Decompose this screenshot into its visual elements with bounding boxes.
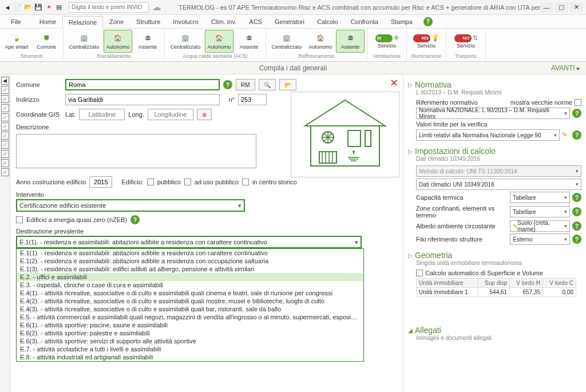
- destinazione-option[interactable]: E.6(1). - attività sportive: piscine, sa…: [17, 321, 363, 329]
- tablet-icon[interactable]: ▤: [55, 3, 63, 11]
- rail-check-2[interactable]: ✓: [1, 95, 9, 103]
- save-icon[interactable]: 💾: [34, 3, 42, 11]
- open-icon[interactable]: 📂: [24, 3, 32, 11]
- help-icon[interactable]: ?: [572, 193, 581, 202]
- pubblico-checkbox[interactable]: [147, 179, 154, 185]
- tab-zone[interactable]: Zone: [103, 15, 130, 28]
- tab-home[interactable]: Home: [33, 15, 62, 28]
- risc-assente-button[interactable]: 🏚Assente: [133, 30, 162, 53]
- acs-centralizzato-button[interactable]: 🏢Centralizzato: [167, 30, 204, 53]
- back-icon[interactable]: ◄: [3, 3, 11, 11]
- dati-climatici-select[interactable]: Dati climatici UNI 10349:2016▾: [416, 179, 581, 190]
- anno-input[interactable]: [89, 176, 112, 188]
- tab-involucro[interactable]: Involucro: [167, 15, 205, 28]
- expand-icon[interactable]: ▷: [408, 148, 413, 155]
- risc-centralizzato-button[interactable]: 🏢Centralizzato: [66, 30, 102, 53]
- rail-check-9[interactable]: ✓: [1, 159, 9, 167]
- destinazione-option[interactable]: E.4(3). - attività ricreative, associati…: [17, 305, 363, 313]
- long-input[interactable]: [148, 109, 193, 120]
- tab-stampa[interactable]: Stampa: [385, 15, 419, 28]
- destinazione-option[interactable]: E.3. - ospedali, cliniche o case di cura…: [17, 281, 363, 289]
- rail-back-icon[interactable]: ◀: [1, 77, 9, 85]
- minimize-button[interactable]: —: [540, 2, 553, 13]
- setting-select[interactable]: Tabellare▾: [510, 192, 570, 203]
- num-input[interactable]: [238, 94, 267, 105]
- rail-check-6[interactable]: ✓: [1, 132, 9, 140]
- acs-assente-button[interactable]: 🏚Assente: [235, 30, 263, 53]
- tab-file[interactable]: File: [5, 15, 27, 28]
- help-icon[interactable]: ?: [572, 130, 581, 140]
- close-panel-icon[interactable]: ✕: [390, 77, 398, 89]
- centro-storico-checkbox[interactable]: [242, 179, 249, 185]
- raff-assente-button[interactable]: 🏚Assente: [336, 30, 365, 53]
- destinazione-option[interactable]: E.6(3). - attività sportive: servizi di …: [17, 337, 363, 345]
- close-button[interactable]: ✕: [570, 2, 583, 13]
- provincia-button[interactable]: RM: [236, 79, 255, 90]
- comune-button[interactable]: ⛊Comune: [32, 30, 61, 53]
- destinazione-option[interactable]: E.1(2). - residenza e assimilabili: abit…: [17, 257, 363, 265]
- destinazione-dropdown[interactable]: E.1(1). - residenza e assimilabili: abit…: [16, 248, 364, 362]
- help-icon[interactable]: ?: [572, 221, 581, 231]
- cloud-icon[interactable]: ☁: [152, 2, 161, 13]
- tab-clim-inv[interactable]: Clim. inv.: [205, 15, 243, 28]
- raff-autonomo-button[interactable]: 🏠Autonomo: [306, 30, 335, 53]
- destinazione-select[interactable]: E.1(1). - residenza e assimilabili: abit…: [16, 236, 362, 248]
- illuminazione-toggle[interactable]: NO💡 Servizio: [409, 30, 444, 53]
- intervento-select[interactable]: Certificazione edificio esistente▾: [16, 199, 245, 212]
- descrizione-textarea[interactable]: [16, 134, 256, 168]
- setting-select[interactable]: ✎ Suolo (creta, marne)▾: [510, 220, 570, 232]
- folder-button[interactable]: 📂: [279, 79, 296, 90]
- help-icon[interactable]: ?: [130, 215, 140, 224]
- uso-pubblico-checkbox[interactable]: [184, 179, 191, 185]
- maximize-button[interactable]: ▢: [555, 2, 568, 13]
- rail-check-1[interactable]: ✓: [1, 86, 9, 94]
- tab-calcolo[interactable]: Calcolo: [311, 15, 345, 28]
- destinazione-option[interactable]: E.8. - attività industriali ed artigiana…: [17, 353, 363, 361]
- tab-acs[interactable]: ACS: [243, 15, 268, 28]
- acs-autonomo-button[interactable]: 🏠Autonomo: [205, 30, 233, 53]
- rail-check-5[interactable]: ✓: [1, 122, 9, 130]
- risc-autonomo-button[interactable]: 🏠Autonomo: [104, 30, 132, 53]
- tab-generatori[interactable]: Generatori: [268, 15, 311, 28]
- mostra-norme-checkbox[interactable]: [575, 99, 581, 106]
- destinazione-option[interactable]: E.6(2). - attività sportive: palestre e …: [17, 329, 363, 337]
- expand-icon[interactable]: ◢: [408, 327, 413, 334]
- new-icon[interactable]: 📄: [14, 3, 22, 11]
- rail-check-10[interactable]: ✓: [1, 168, 9, 176]
- tab-relazione[interactable]: Relazione: [62, 16, 103, 29]
- ventilazione-toggle[interactable]: SI✲ Servizio: [370, 30, 404, 53]
- destinazione-option[interactable]: E.4(1). - attività ricreative, associati…: [17, 289, 363, 297]
- tab-confronta[interactable]: Confronta: [345, 15, 385, 28]
- rail-check-7[interactable]: ✓: [1, 141, 9, 149]
- pencil-icon[interactable]: ✎: [562, 131, 570, 139]
- setting-select[interactable]: Esterno▾: [510, 233, 570, 245]
- raff-centralizzato-button[interactable]: 🏢Centralizzato: [268, 30, 305, 53]
- valori-limite-select[interactable]: Limiti relativi alla Normativa Nazionale…: [416, 129, 560, 141]
- destinazione-option[interactable]: E.7. - attività scolastiche a tutti i li…: [17, 345, 363, 353]
- setting-select[interactable]: Tabellare▾: [510, 206, 570, 217]
- expand-icon[interactable]: ▷: [408, 252, 413, 259]
- expand-icon[interactable]: ▷: [408, 82, 413, 88]
- search-input[interactable]: [69, 2, 149, 13]
- rif-normativo-select[interactable]: Normativa NAZIONALE: L 90/2013 – D.M. Re…: [416, 108, 570, 119]
- rail-check-3[interactable]: ✓: [1, 104, 9, 112]
- destinazione-option[interactable]: E.2. - uffici e assimilabili: [17, 273, 363, 281]
- nzeb-checkbox[interactable]: [16, 216, 23, 223]
- help-icon[interactable]: ?: [423, 17, 433, 26]
- search-button[interactable]: 🔍: [259, 79, 276, 90]
- target-icon[interactable]: ✶: [45, 3, 53, 11]
- lat-input[interactable]: [79, 109, 125, 120]
- help-icon[interactable]: ?: [223, 80, 232, 89]
- destinazione-option[interactable]: E.5. - attività commerciali e assimilabi…: [17, 313, 363, 321]
- indirizzo-input[interactable]: [65, 94, 220, 105]
- destinazione-option[interactable]: E.4(2). - attività ricreative, associati…: [17, 297, 363, 305]
- target-button[interactable]: ⊕: [197, 109, 212, 120]
- next-button[interactable]: AVANTI ▸: [551, 64, 580, 72]
- trasporto-toggle[interactable]: NO⇅ Servizio: [449, 30, 483, 53]
- destinazione-option[interactable]: E.1(3). - residenza e assimilabili: edif…: [17, 265, 363, 273]
- calcolo-auto-checkbox[interactable]: [416, 270, 423, 276]
- comune-input[interactable]: [65, 79, 220, 90]
- help-icon[interactable]: ?: [572, 207, 581, 216]
- table-row[interactable]: Unità immobiliare 1 544,61 657,35 0,00: [417, 288, 576, 297]
- rail-check-8[interactable]: ✓: [1, 150, 9, 158]
